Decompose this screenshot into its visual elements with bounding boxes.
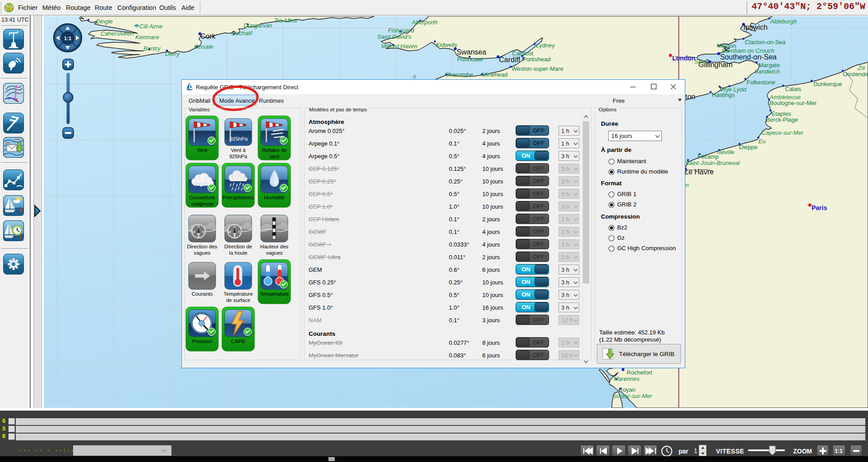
svg-text:Derry: Derry [165,50,180,57]
svg-text:Température: Température [224,291,253,297]
svg-text:Ipswich: Ipswich [743,23,767,31]
svg-text:Direction de: Direction de [224,244,252,249]
svg-text:de surface: de surface [226,297,250,303]
svg-text:925hPa: 925hPa [229,154,247,159]
svg-text:Royan: Royan [619,386,636,393]
svg-text:Porthcawl: Porthcawl [457,56,483,63]
svg-text:Dunkerque: Dunkerque [813,81,842,87]
svg-text:Oostende: Oostende [843,71,868,78]
svg-text:Aldeburgh: Aldeburgh [770,18,797,25]
svg-text:Pression: Pression [192,338,212,344]
svg-text:Humidité: Humidité [264,195,284,200]
svg-text:Fishguard: Fishguard [388,27,415,34]
svg-text:Sandwich: Sandwich [754,68,780,75]
svg-text:Précipitations: Précipitations [222,195,254,200]
svg-text:Weston-super-Mare: Weston-super-Mare [512,65,563,72]
svg-text:Cill Airne: Cill Airne [139,23,163,30]
svg-text:Couverture: Couverture [189,195,215,200]
svg-text:Tra Mhór: Tra Mhór [274,17,298,24]
svg-text:Direction des: Direction des [187,244,217,249]
svg-text:1:1: 1:1 [64,36,72,41]
svg-text:Boulogne-sur-Mer: Boulogne-sur-Mer [770,100,817,106]
svg-text:Courants: Courants [192,291,213,297]
svg-text:Kidwelly: Kidwelly [436,41,458,48]
svg-text:Ilfracombe: Ilfracombe [446,71,473,78]
svg-text:Margate: Margate [758,62,780,69]
svg-text:Vent: Vent [197,147,208,153]
svg-text:Swansea: Swansea [457,48,486,56]
svg-text:Saint David's: Saint David's [377,33,411,40]
svg-text:E: E [238,230,240,234]
svg-text:Eu: Eu [758,138,766,145]
svg-text:la houle: la houle [229,250,247,256]
svg-text:Southend-on-Sea: Southend-on-Sea [720,53,777,61]
svg-text:CAPE: CAPE [231,338,245,344]
svg-text:Folkestone: Folkestone [747,79,776,86]
svg-text:Dungarvan: Dungarvan [244,22,272,29]
svg-text:Marennes: Marennes [614,375,640,382]
svg-text:Dieppe: Dieppe [739,144,757,151]
svg-text:Portishead: Portishead [522,56,550,63]
svg-text:Paris: Paris [812,204,827,211]
svg-text:Fécamp: Fécamp [697,153,719,160]
svg-text:Calais: Calais [785,86,802,92]
svg-text:Hastings: Hastings [712,91,735,98]
svg-text:ton: ton [685,93,695,101]
svg-text:Rafales de: Rafales de [262,147,287,153]
svg-text:1:1: 1:1 [835,448,843,454]
svg-text:London: London [672,55,695,62]
svg-text:Saint-Jouin-Bruneval: Saint-Jouin-Bruneval [685,160,740,166]
svg-text:Cayeux-sur-Mer: Cayeux-sur-Mer [762,129,804,136]
svg-text:925hPa: 925hPa [230,136,248,142]
svg-text:Température: Température [260,291,289,297]
svg-text:Néville: Néville [717,149,734,156]
svg-text:Bantry: Bantry [143,45,161,52]
svg-text:Milford Haven: Milford Haven [381,43,417,50]
svg-text:Cardiff: Cardiff [499,56,520,64]
svg-text:Hauteur des: Hauteur des [260,244,289,249]
svg-text:Minehead: Minehead [482,71,508,78]
svg-text:vagues: vagues [194,250,210,256]
svg-text:Kinsale: Kinsale [194,43,213,50]
svg-text:Dingle: Dingle [96,18,113,25]
svg-text:vagues: vagues [266,250,282,256]
svg-text:Vent à: Vent à [231,147,246,153]
svg-text:Aberporth: Aberporth [411,19,438,26]
svg-text:Berck-Plage: Berck-Plage [766,116,798,123]
svg-text:W: W [192,230,195,234]
svg-text:Clacton-on-Sea: Clacton-on-Sea [745,39,786,46]
svg-text:Rochefort: Rochefort [627,369,652,376]
svg-text:Cork: Cork [200,32,216,40]
svg-text:Burnham on Crouch: Burnham on Crouch [722,47,774,54]
svg-text:W: W [228,230,231,234]
svg-text:Eochaill: Eochaill [231,30,253,37]
svg-text:nuageuse: nuageuse [191,201,214,206]
svg-text:vent: vent [269,154,280,159]
svg-text:Le Havre: Le Havre [684,168,714,176]
svg-text:Kenmare: Kenmare [135,34,159,41]
svg-text:Gillingham: Gillingham [698,61,733,69]
svg-text:E: E [202,230,204,234]
svg-text:Zé: Zé [858,64,865,71]
svg-text:Lydney: Lydney [536,42,555,49]
svg-text:Cahersiveen: Cahersiveen [101,30,134,37]
svg-text:Soulac-sur-Mer: Soulac-sur-Mer [612,393,652,399]
